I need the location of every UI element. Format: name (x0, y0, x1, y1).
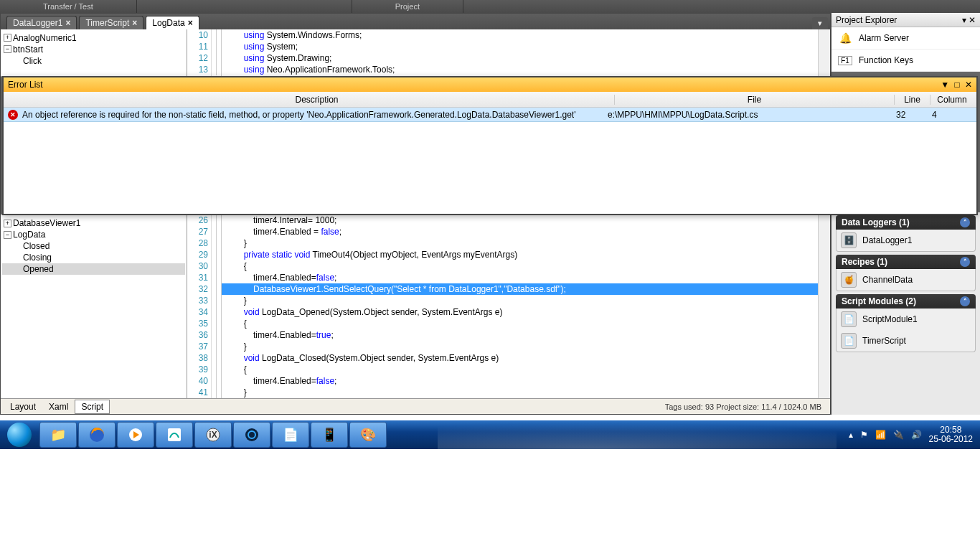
code-line-12[interactable]: using System.Drawing; (222, 52, 818, 64)
code-line-27[interactable]: timer4.Enabled = false; (222, 226, 818, 237)
taskbar-mediaplayer[interactable] (117, 422, 154, 448)
expand-icon[interactable]: + (4, 220, 11, 227)
error-dropdown-icon[interactable]: ▼ (941, 80, 949, 90)
code-line-29[interactable]: private static void TimeOut4(Object myOb… (222, 249, 818, 260)
code-line-38[interactable]: void LogData_Closed(System.Object sender… (222, 352, 818, 364)
tray-flag-icon[interactable]: ⚑ (860, 430, 868, 440)
code-line-31[interactable]: timer4.Enabled=false; (222, 272, 818, 283)
collapse-icon[interactable]: ˄ (960, 217, 970, 227)
taskbar-ix[interactable]: iX (194, 422, 232, 448)
expand-icon[interactable]: − (4, 45, 11, 53)
vscroll-bottom[interactable] (818, 215, 830, 398)
tree-node-analognumeric1[interactable]: +AnalogNumeric1 (2, 32, 185, 44)
error-icon: ✕ (8, 110, 18, 120)
tree-node-closing[interactable]: Closing (2, 252, 185, 263)
tree-node-opened[interactable]: Opened (2, 263, 185, 275)
tab-timerscript[interactable]: TimerScript × (79, 16, 143, 29)
tree-node-databaseviewer1[interactable]: +DatabaseViewer1 (2, 217, 185, 229)
col-description[interactable]: Description (19, 95, 615, 105)
code-line-36[interactable]: timer4.Enabled=true; (222, 329, 818, 341)
vscroll-top[interactable] (818, 29, 830, 76)
expand-icon[interactable]: + (4, 34, 11, 42)
code-line-30[interactable]: { (222, 260, 818, 272)
view-tab-layout[interactable]: Layout (4, 400, 42, 414)
error-col: 4 (923, 110, 966, 120)
tab-close-icon[interactable]: × (188, 18, 193, 28)
group-item-timerscript[interactable]: 📄TimerScript (837, 330, 975, 352)
tab-close-icon[interactable]: × (132, 18, 137, 28)
expand-icon[interactable]: − (4, 231, 11, 239)
code-line-40[interactable]: timer4.Enabled=false; (222, 375, 818, 387)
recipe-icon: 🍯 (841, 272, 857, 288)
code-line-33[interactable]: } (222, 295, 818, 306)
line-gutter-bottom: 26272829303132333435363738394041 (187, 215, 212, 398)
ribbon-seg-transfer[interactable]: Transfer / Test (0, 0, 137, 13)
code-body-top[interactable]: using System.Windows.Forms; using System… (222, 29, 818, 76)
system-tray[interactable]: ▴ ⚑ 📶 🔌 🔊 20:5825-06-2012 (842, 425, 980, 444)
code-line-11[interactable]: using System; (222, 41, 818, 52)
error-row[interactable]: ✕ An object reference is required for th… (4, 108, 976, 122)
pe-item-function-keys[interactable]: F1Function Keys (831, 50, 980, 72)
col-file[interactable]: File (615, 95, 895, 105)
f1-icon: F1 (837, 52, 853, 68)
tree-node-click[interactable]: Click (2, 55, 185, 67)
taskbar-firefox[interactable] (78, 422, 116, 448)
tab-logdata[interactable]: LogData × (146, 16, 199, 29)
code-line-39[interactable]: { (222, 364, 818, 375)
tray-up-icon[interactable]: ▴ (849, 430, 853, 440)
error-list-panel[interactable]: Error List ▼ □ ✕ Description File Line C… (2, 76, 978, 215)
group-item-datalogger1[interactable]: 🗄️DataLogger1 (837, 230, 975, 251)
taskbar-app1[interactable] (156, 422, 193, 448)
group-item-channeldata[interactable]: 🍯ChannelData (837, 269, 975, 291)
tab-datalogger1[interactable]: DataLogger1 × (6, 16, 77, 29)
outline-tree-top[interactable]: +AnalogNumeric1−btnStartClick (1, 29, 187, 76)
pe-item-alarm-server[interactable]: 🔔Alarm Server (831, 27, 980, 50)
code-line-32[interactable]: DatabaseViewer1.SendSelectQuery("Select … (222, 283, 818, 295)
collapse-icon[interactable]: ˄ (960, 296, 970, 306)
taskbar-help[interactable]: 📄 (272, 422, 309, 448)
taskbar-explorer[interactable]: 📁 (39, 422, 77, 448)
start-button[interactable] (0, 420, 39, 449)
group-header[interactable]: Data Loggers (1)˄ (836, 215, 976, 230)
tab-close-icon[interactable]: × (65, 18, 70, 28)
tray-clock[interactable]: 20:5825-06-2012 (929, 425, 973, 444)
db-icon: 🗄️ (841, 232, 857, 248)
tree-node-closed[interactable]: Closed (2, 240, 185, 252)
group-item-scriptmodule1[interactable]: 📄ScriptModule1 (837, 309, 975, 330)
view-tab-script[interactable]: Script (75, 400, 110, 414)
tree-node-logdata[interactable]: −LogData (2, 229, 185, 240)
tray-volume-icon[interactable]: 🔊 (911, 430, 922, 440)
group-header[interactable]: Recipes (1)˄ (836, 255, 976, 269)
taskbar-phone[interactable]: 📱 (311, 422, 348, 448)
error-maximize-icon[interactable]: □ (954, 80, 959, 90)
project-explorer-title[interactable]: Project Explorer ▾ ✕ (831, 13, 980, 27)
tree-node-btnstart[interactable]: −btnStart (2, 44, 185, 55)
code-line-34[interactable]: void LogData_Opened(System.Object sender… (222, 306, 818, 318)
view-tab-xaml[interactable]: Xaml (42, 400, 75, 414)
code-line-28[interactable]: } (222, 237, 818, 249)
collapse-icon[interactable]: ˄ (960, 257, 970, 267)
fold-column-top[interactable] (212, 29, 222, 76)
tabstrip-overflow[interactable]: ▾ (812, 17, 828, 29)
group-header[interactable]: Script Modules (2)˄ (836, 294, 976, 309)
code-line-26[interactable]: timer4.Interval= 1000; (222, 215, 818, 226)
code-line-37[interactable]: } (222, 341, 818, 352)
error-close-icon[interactable]: ✕ (965, 80, 972, 90)
taskbar-paint[interactable]: 🎨 (349, 422, 387, 448)
code-body-bottom[interactable]: timer4.Interval= 1000; timer4.Enabled = … (222, 215, 818, 398)
code-line-13[interactable]: using Neo.ApplicationFramework.Tools; (222, 64, 818, 75)
code-line-35[interactable]: { (222, 318, 818, 329)
taskbar-app2[interactable] (233, 422, 270, 448)
error-list-titlebar[interactable]: Error List ▼ □ ✕ (4, 77, 976, 92)
tray-net-icon[interactable]: 📶 (875, 430, 886, 440)
col-column[interactable]: Column (930, 95, 974, 105)
error-columns[interactable]: Description File Line Column (4, 92, 976, 108)
taskbar[interactable]: 📁 iX 📄 📱 🎨 ▴ ⚑ 📶 🔌 🔊 20:5825-06-2012 (0, 420, 980, 449)
tray-power-icon[interactable]: 🔌 (893, 430, 904, 440)
fold-column-bottom[interactable] (212, 215, 222, 398)
col-line[interactable]: Line (895, 95, 930, 105)
code-line-10[interactable]: using System.Windows.Forms; (222, 29, 818, 41)
code-line-41[interactable]: } (222, 387, 818, 398)
outline-tree-bottom[interactable]: +DatabaseViewer1−LogDataClosedClosingOpe… (1, 215, 187, 398)
ribbon-seg-project[interactable]: Project (352, 0, 463, 13)
